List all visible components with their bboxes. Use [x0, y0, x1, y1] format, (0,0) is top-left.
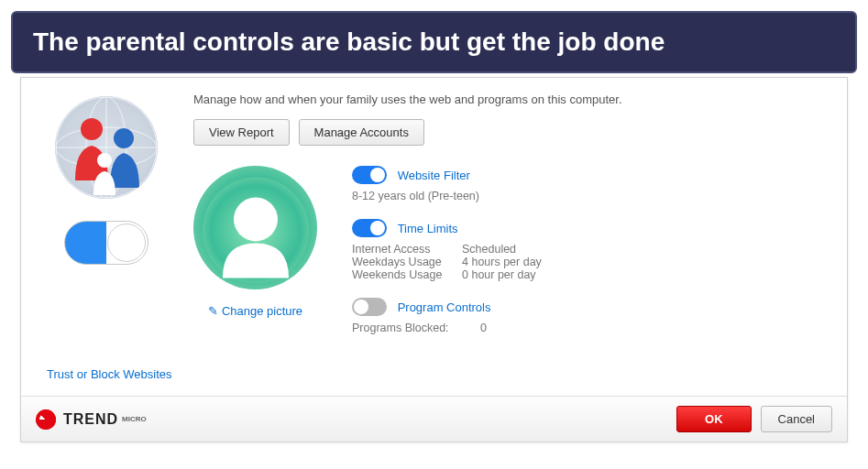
brand-sub: MICRO	[122, 415, 147, 423]
website-filter-detail: 8-12 years old (Pre-teen)	[352, 190, 821, 202]
svg-point-6	[114, 128, 134, 148]
intro-text: Manage how and when your family uses the…	[193, 93, 821, 106]
master-toggle[interactable]	[64, 221, 148, 265]
pencil-icon: ✎	[208, 304, 218, 318]
website-filter-toggle[interactable]	[352, 166, 387, 184]
svg-point-5	[81, 118, 103, 140]
trend-logo-icon	[32, 405, 60, 433]
brand-text: TREND	[63, 411, 118, 428]
cancel-button[interactable]: Cancel	[761, 406, 832, 432]
time-limits-section: Time Limits Internet Access Scheduled We…	[352, 219, 821, 281]
time-limits-row: Weekdays Usage 4 hours per day	[352, 256, 821, 268]
time-limits-row: Internet Access Scheduled	[352, 243, 821, 256]
time-limits-row: Weekends Usage 0 hour per day	[352, 268, 821, 281]
time-limits-link[interactable]: Time Limits	[398, 222, 458, 235]
program-controls-toggle[interactable]	[352, 298, 387, 316]
program-controls-section: Program Controls Programs Blocked: 0	[352, 298, 821, 334]
program-controls-row: Programs Blocked: 0	[352, 322, 821, 334]
trust-block-websites-link[interactable]: Trust or Block Websites	[47, 367, 172, 381]
program-controls-link[interactable]: Program Controls	[398, 300, 491, 314]
change-picture-link[interactable]: ✎Change picture	[208, 304, 302, 318]
caption-banner: The parental controls are basic but get …	[11, 11, 857, 73]
footer-bar: TREND MICRO OK Cancel	[21, 396, 847, 442]
parental-controls-window: Manage how and when your family uses the…	[20, 77, 848, 442]
brand: TREND MICRO	[36, 409, 147, 430]
change-picture-label: Change picture	[222, 304, 302, 318]
time-limits-toggle[interactable]	[352, 219, 387, 237]
svg-point-9	[234, 197, 278, 241]
website-filter-link[interactable]: Website Filter	[398, 169, 470, 182]
svg-point-7	[97, 153, 112, 168]
ok-button[interactable]: OK	[676, 406, 752, 432]
view-report-button[interactable]: View Report	[193, 119, 290, 146]
manage-accounts-button[interactable]: Manage Accounts	[299, 119, 424, 146]
family-globe-icon	[55, 96, 158, 199]
website-filter-section: Website Filter 8-12 years old (Pre-teen)	[352, 166, 821, 202]
profile-avatar	[193, 166, 317, 289]
